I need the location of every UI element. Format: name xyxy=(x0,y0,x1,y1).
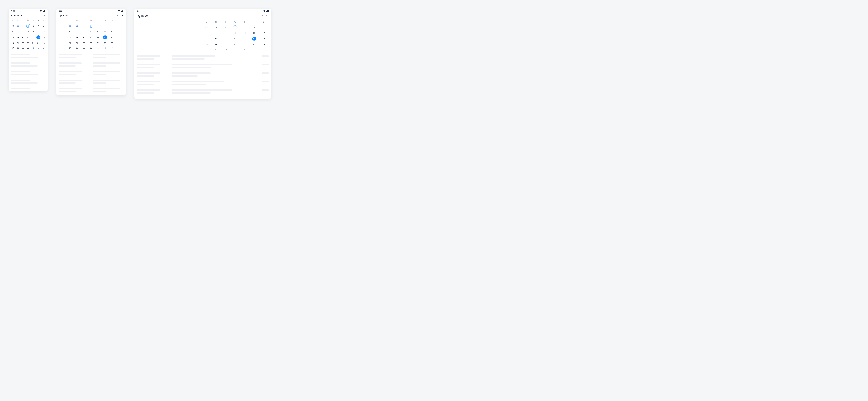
list-item[interactable] xyxy=(9,69,48,78)
calendar-day[interactable]: 18 xyxy=(101,34,109,41)
home-indicator[interactable] xyxy=(88,94,94,94)
calendar-day[interactable]: 28 xyxy=(211,47,221,52)
calendar-day[interactable]: 23 xyxy=(88,41,95,45)
calendar-day[interactable]: 25 xyxy=(36,41,41,45)
calendar-day[interactable]: 30 xyxy=(202,24,211,31)
calendar-day[interactable]: 1 xyxy=(221,24,230,31)
calendar-day[interactable]: 29 xyxy=(221,47,230,52)
calendar-day[interactable]: 8 xyxy=(20,29,26,34)
calendar-day[interactable]: 3 xyxy=(31,23,36,29)
calendar-day[interactable]: 15 xyxy=(221,35,230,42)
next-month-button[interactable] xyxy=(121,14,123,17)
calendar-day[interactable]: 31 xyxy=(211,24,221,31)
list-item[interactable] xyxy=(9,60,48,69)
list-item[interactable] xyxy=(9,86,48,91)
calendar-day[interactable]: 2 xyxy=(88,23,95,29)
calendar-day[interactable]: 15 xyxy=(81,34,88,41)
calendar-day[interactable]: 20 xyxy=(202,42,211,47)
calendar-day[interactable]: 2 xyxy=(36,45,41,50)
list-item[interactable] xyxy=(9,52,48,60)
list-item[interactable] xyxy=(56,69,126,78)
calendar-day[interactable]: 16 xyxy=(88,34,95,41)
calendar-day[interactable]: 2 xyxy=(101,45,109,50)
calendar-day[interactable]: 7 xyxy=(15,29,21,34)
calendar-day[interactable]: 31 xyxy=(73,23,81,29)
calendar-day[interactable]: 9 xyxy=(26,29,31,34)
calendar-day[interactable]: 17 xyxy=(94,34,101,41)
calendar-day[interactable]: 10 xyxy=(94,29,101,34)
list-item[interactable] xyxy=(134,62,271,70)
calendar-day[interactable]: 30 xyxy=(26,45,31,50)
calendar-day[interactable]: 29 xyxy=(20,45,26,50)
calendar-day[interactable]: 4 xyxy=(249,24,259,31)
calendar-day[interactable]: 11 xyxy=(36,29,41,34)
list-item[interactable] xyxy=(134,79,271,87)
calendar-day[interactable]: 1 xyxy=(31,45,36,50)
calendar-day[interactable]: 11 xyxy=(249,31,259,35)
calendar-day[interactable]: 24 xyxy=(31,41,36,45)
calendar-day[interactable]: 15 xyxy=(20,34,26,41)
list-item[interactable] xyxy=(134,70,271,79)
list-item[interactable] xyxy=(9,78,48,86)
calendar-day[interactable]: 22 xyxy=(81,41,88,45)
list-item[interactable] xyxy=(56,86,126,94)
calendar-day[interactable]: 3 xyxy=(94,23,101,29)
calendar-day[interactable]: 26 xyxy=(108,41,116,45)
calendar-day[interactable]: 25 xyxy=(249,42,259,47)
calendar-day[interactable]: 14 xyxy=(73,34,81,41)
calendar-day[interactable]: 26 xyxy=(259,42,268,47)
calendar-day[interactable]: 12 xyxy=(108,29,116,34)
calendar-day[interactable]: 25 xyxy=(101,41,109,45)
calendar-day[interactable]: 5 xyxy=(108,23,116,29)
prev-month-button[interactable] xyxy=(38,14,40,17)
calendar-day[interactable]: 20 xyxy=(10,41,15,45)
calendar-day[interactable]: 7 xyxy=(73,29,81,34)
calendar-day[interactable]: 1 xyxy=(81,23,88,29)
calendar-day[interactable]: 12 xyxy=(259,31,268,35)
calendar-day[interactable]: 28 xyxy=(15,45,21,50)
next-month-button[interactable] xyxy=(266,15,268,18)
calendar-day[interactable]: 24 xyxy=(240,42,249,47)
calendar-day[interactable]: 4 xyxy=(101,23,109,29)
calendar-day[interactable]: 13 xyxy=(10,34,15,41)
calendar-day[interactable]: 1 xyxy=(94,45,101,50)
calendar-day[interactable]: 10 xyxy=(31,29,36,34)
calendar-day[interactable]: 9 xyxy=(230,31,240,35)
calendar-day[interactable]: 10 xyxy=(240,31,249,35)
home-indicator[interactable] xyxy=(25,90,32,90)
calendar-day[interactable]: 14 xyxy=(211,35,221,42)
home-indicator[interactable] xyxy=(199,98,206,98)
calendar-day[interactable]: 14 xyxy=(15,34,21,41)
calendar-day[interactable]: 1 xyxy=(20,23,26,29)
calendar-day[interactable]: 24 xyxy=(94,41,101,45)
calendar-day[interactable]: 6 xyxy=(66,29,73,34)
calendar-day[interactable]: 6 xyxy=(202,31,211,35)
calendar-day[interactable]: 17 xyxy=(31,34,36,41)
calendar-day[interactable]: 18 xyxy=(249,35,259,42)
calendar-day[interactable]: 30 xyxy=(230,47,240,52)
next-month-button[interactable] xyxy=(43,14,45,17)
calendar-day[interactable]: 9 xyxy=(88,29,95,34)
calendar-day[interactable]: 27 xyxy=(10,45,15,50)
calendar-day[interactable]: 16 xyxy=(230,35,240,42)
calendar-day[interactable]: 3 xyxy=(41,45,46,50)
calendar-day[interactable]: 18 xyxy=(36,34,41,41)
prev-month-button[interactable] xyxy=(261,15,263,18)
calendar-day[interactable]: 27 xyxy=(66,45,73,50)
calendar-day[interactable]: 29 xyxy=(81,45,88,50)
calendar-day[interactable]: 19 xyxy=(41,34,46,41)
calendar-day[interactable]: 31 xyxy=(15,23,21,29)
calendar-day[interactable]: 5 xyxy=(259,24,268,31)
calendar-day[interactable]: 8 xyxy=(81,29,88,34)
calendar-day[interactable]: 6 xyxy=(10,29,15,34)
calendar-day[interactable]: 12 xyxy=(41,29,46,34)
calendar-day[interactable]: 2 xyxy=(249,47,259,52)
calendar-day[interactable]: 30 xyxy=(10,23,15,29)
calendar-day[interactable]: 3 xyxy=(108,45,116,50)
list-item[interactable] xyxy=(56,78,126,86)
calendar-day[interactable]: 17 xyxy=(240,35,249,42)
calendar-day[interactable]: 23 xyxy=(230,42,240,47)
calendar-day[interactable]: 13 xyxy=(66,34,73,41)
calendar-day[interactable]: 2 xyxy=(230,24,240,31)
calendar-day[interactable]: 5 xyxy=(41,23,46,29)
